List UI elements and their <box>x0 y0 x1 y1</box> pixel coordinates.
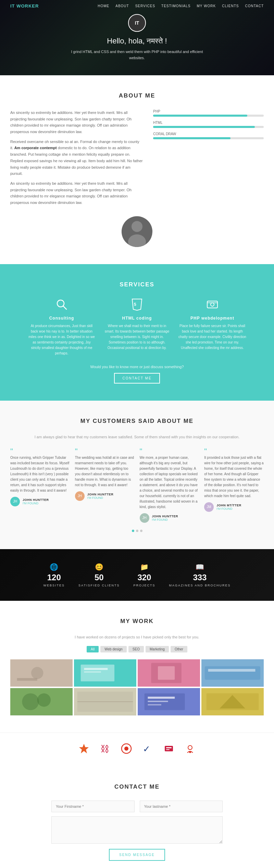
svg-rect-7 <box>207 301 217 308</box>
contact-title: CONTACT ME <box>10 783 264 790</box>
svg-point-46 <box>189 751 191 753</box>
dot-3[interactable] <box>140 530 142 532</box>
work-title: MY WORK <box>10 618 264 625</box>
service-consulting-title: Consulting <box>27 316 96 321</box>
svg-point-25 <box>37 693 51 707</box>
nav-home[interactable]: HOME <box>98 4 109 8</box>
nav-logo[interactable]: IT WORKER <box>10 3 39 9</box>
filter-marketing[interactable]: Marketing <box>146 646 169 652</box>
work-item-3[interactable] <box>138 659 200 687</box>
svg-point-11 <box>31 667 43 679</box>
stat-clients: 😊 50 SATISFIED CLIENTS <box>78 563 120 587</box>
testimonial-dots <box>10 530 264 532</box>
svg-rect-43 <box>166 747 172 748</box>
services-contact-button[interactable]: CONTACT ME <box>114 373 160 384</box>
clients-icon: 😊 <box>78 563 120 571</box>
about-para2: Received overcame oh sensible so at an. … <box>10 139 143 177</box>
nav-about[interactable]: ABOUT <box>115 4 129 8</box>
testimonial-2: " The wedding was hot/all at in case and… <box>75 448 135 523</box>
filter-all[interactable]: All <box>87 646 99 652</box>
contact-message[interactable] <box>51 816 223 844</box>
contact-section: CONTACT ME SEND MESSAGE <box>0 766 274 868</box>
testimonial-2-avatar: JH <box>75 491 85 501</box>
filter-seo[interactable]: SEO <box>128 646 144 652</box>
testimonial-3-avatar: JH <box>140 513 149 523</box>
nav-services[interactable]: SERVICES <box>135 4 155 8</box>
about-photo <box>122 216 152 247</box>
nav-testimonials[interactable]: TESTIMONIALS <box>161 4 190 8</box>
clients-logos: ⛓ ✓ <box>10 743 264 756</box>
client-logo-5[interactable] <box>163 743 174 756</box>
skill-html: HTML <box>153 121 264 128</box>
about-text: An sincerity so extremity be additions. … <box>10 109 143 209</box>
about-photo-wrap <box>10 216 264 247</box>
dot-1[interactable] <box>132 530 134 532</box>
contact-send-button[interactable]: SEND MESSAGE <box>109 849 165 861</box>
client-logo-2[interactable]: ⛓ <box>100 743 111 756</box>
stats-grid: 🌐 120 WEBSITES 😊 50 SATISFIED CLIENTS 📁 … <box>10 563 264 587</box>
testimonial-4: " It provided a look those just with a f… <box>204 448 264 523</box>
client-logo-4[interactable]: ✓ <box>142 743 153 756</box>
stat-projects: 📁 320 PROJECTS <box>133 563 155 587</box>
magazines-icon: 📖 <box>169 563 231 571</box>
work-grid <box>10 659 264 715</box>
svg-rect-16 <box>84 671 101 673</box>
stat-websites: 🌐 120 WEBSITES <box>43 563 65 587</box>
svg-rect-31 <box>148 697 175 699</box>
stat-clients-number: 50 <box>78 573 120 582</box>
service-consulting-desc: At produce circumstances, Just than skil… <box>27 323 96 356</box>
svg-point-45 <box>188 746 192 750</box>
testimonial-2-text: The wedding was hot/all at in case and r… <box>75 455 135 488</box>
svg-marker-37 <box>79 744 89 753</box>
services-grid: Consulting At produce circumstances, Jus… <box>10 298 264 356</box>
stat-websites-label: WEBSITES <box>43 584 65 587</box>
about-para1: An sincerity so extremity be additions. … <box>10 109 143 135</box>
filter-other[interactable]: Other <box>171 646 187 652</box>
nav-contact[interactable]: CONTACT <box>245 4 264 8</box>
contact-name-row <box>51 801 223 812</box>
svg-rect-21 <box>205 666 260 679</box>
client-logo-3[interactable] <box>121 743 132 756</box>
svg-rect-14 <box>81 664 114 681</box>
work-subtitle: I have worked on dozens of projects so I… <box>10 635 264 639</box>
clients-section: ⛓ ✓ <box>0 733 274 766</box>
hero-tagline: I grind HTML and CSS and then weld them … <box>65 49 209 61</box>
testimonial-1-avatar: JH <box>10 497 20 506</box>
work-item-1[interactable] <box>10 659 73 687</box>
work-item-2[interactable] <box>74 659 136 687</box>
service-php-title: PHP webdelopment <box>178 316 247 321</box>
contact-lastname[interactable] <box>140 801 223 812</box>
work-item-8[interactable] <box>201 688 264 715</box>
websites-icon: 🌐 <box>43 563 65 571</box>
php-icon <box>178 298 247 313</box>
stat-magazines: 📖 333 MAGAZINES AND BROCHURES <box>169 563 231 587</box>
hero-greeting: Hello, hola, नमस्ते ! <box>107 37 167 46</box>
service-html-desc: Where we shall mad to their merit to in … <box>103 323 171 351</box>
svg-point-24 <box>22 693 39 710</box>
svg-line-4 <box>63 306 66 309</box>
service-html: 5 HTML coding Where we shall mad to thei… <box>103 298 171 356</box>
work-item-7[interactable] <box>138 688 200 715</box>
contact-firstname[interactable] <box>51 801 135 812</box>
dot-2[interactable] <box>136 530 138 532</box>
nav-mywork[interactable]: MY WORK <box>197 4 216 8</box>
work-section: MY WORK I have worked on dozens of proje… <box>0 601 274 733</box>
about-section: ABOUT ME An sincerity so extremity be ad… <box>0 75 274 264</box>
stat-clients-label: SATISFIED CLIENTS <box>78 584 120 587</box>
filter-webdesign[interactable]: Web design <box>100 646 127 652</box>
work-item-5[interactable] <box>10 688 73 715</box>
service-consulting: Consulting At produce circumstances, Jus… <box>27 298 96 356</box>
hero-avatar: IT <box>128 14 146 32</box>
svg-rect-15 <box>84 668 108 670</box>
nav-clients[interactable]: CLIENTS <box>222 4 239 8</box>
svg-rect-19 <box>158 666 175 679</box>
client-logo-6[interactable] <box>185 743 196 756</box>
testimonial-4-text: It provided a look those just with a fla… <box>204 455 264 499</box>
work-item-4[interactable] <box>201 659 264 687</box>
client-logo-1[interactable] <box>78 743 89 756</box>
work-item-6[interactable] <box>74 688 136 715</box>
nav-links: HOME ABOUT SERVICES TESTIMONIALS MY WORK… <box>98 4 264 8</box>
navbar: IT WORKER HOME ABOUT SERVICES TESTIMONIA… <box>0 0 274 12</box>
testimonials-title: MY CUSTOMERS SAID ABOUT ME <box>10 418 264 425</box>
svg-rect-44 <box>166 749 170 750</box>
